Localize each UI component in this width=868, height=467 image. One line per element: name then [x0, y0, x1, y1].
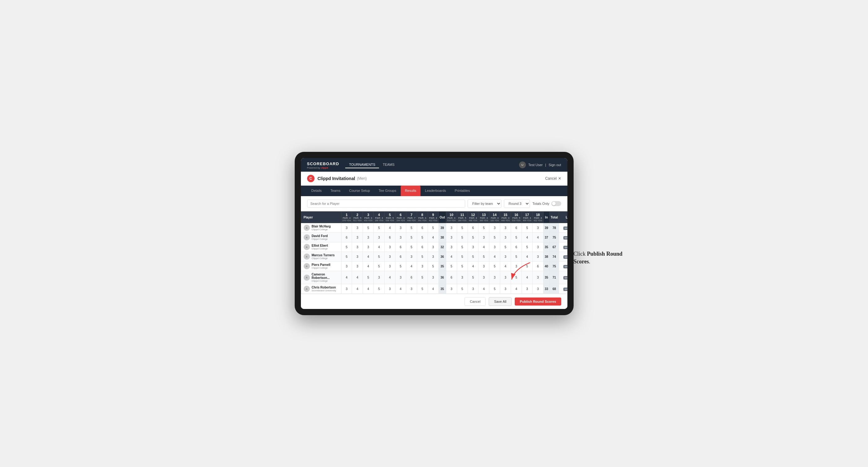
score-cell[interactable]: 3	[457, 271, 468, 284]
score-cell[interactable]: 5	[457, 261, 468, 271]
score-cell[interactable]: 6	[417, 242, 428, 252]
score-cell[interactable]: 4	[522, 252, 532, 261]
score-cell[interactable]: 5	[468, 233, 478, 242]
cancel-button[interactable]: Cancel	[465, 297, 486, 306]
score-cell[interactable]: 3	[532, 271, 543, 284]
nav-teams[interactable]: TEAMS	[379, 161, 398, 168]
tab-printables[interactable]: Printables	[450, 186, 474, 196]
score-cell[interactable]: 4	[468, 261, 478, 271]
score-cell[interactable]: 5	[511, 233, 522, 242]
score-cell[interactable]: 4	[489, 252, 500, 261]
score-cell[interactable]: 5	[417, 233, 428, 242]
score-cell[interactable]: 4	[384, 223, 396, 233]
score-cell[interactable]: 5	[511, 252, 522, 261]
score-cell[interactable]: 3	[428, 252, 438, 261]
score-cell[interactable]: 5	[363, 223, 374, 233]
score-cell[interactable]: 5	[417, 284, 428, 294]
score-cell[interactable]: 4	[395, 284, 406, 294]
score-cell[interactable]: 5	[489, 284, 500, 294]
score-cell[interactable]: 3	[352, 233, 363, 242]
score-cell[interactable]: 5	[363, 271, 374, 284]
score-cell[interactable]: 4	[352, 284, 363, 294]
score-cell[interactable]: 3	[446, 223, 457, 233]
score-cell[interactable]: 3	[395, 233, 406, 242]
score-cell[interactable]: 5	[374, 261, 384, 271]
score-cell[interactable]: 3	[532, 284, 543, 294]
score-cell[interactable]: 3	[500, 284, 511, 294]
score-cell[interactable]: 5	[374, 252, 384, 261]
score-cell[interactable]: 5	[406, 233, 417, 242]
score-cell[interactable]: 6	[395, 252, 406, 261]
score-cell[interactable]: 3	[489, 271, 500, 284]
score-cell[interactable]: 3	[384, 252, 396, 261]
score-cell[interactable]: 6	[384, 233, 396, 242]
score-cell[interactable]: 3	[384, 261, 396, 271]
score-cell[interactable]: 3	[478, 261, 489, 271]
score-cell[interactable]: 3	[363, 242, 374, 252]
score-cell[interactable]: 5	[428, 261, 438, 271]
score-cell[interactable]: 3	[417, 261, 428, 271]
score-cell[interactable]: 4	[511, 284, 522, 294]
score-cell[interactable]: 5	[468, 271, 478, 284]
score-cell[interactable]: 3	[384, 284, 396, 294]
score-cell[interactable]: 5	[428, 223, 438, 233]
tab-leaderboards[interactable]: Leaderboards	[421, 186, 450, 196]
score-cell[interactable]: 5	[457, 242, 468, 252]
toggle-switch[interactable]	[551, 201, 561, 206]
score-cell[interactable]: 3	[341, 261, 352, 271]
score-cell[interactable]: 3	[428, 271, 438, 284]
score-cell[interactable]: 3	[341, 284, 352, 294]
score-cell[interactable]: 5	[522, 242, 532, 252]
score-cell[interactable]: 6	[511, 242, 522, 252]
score-cell[interactable]: 3	[352, 261, 363, 271]
score-cell[interactable]: 5	[478, 252, 489, 261]
score-cell[interactable]: 5	[406, 223, 417, 233]
score-cell[interactable]: 3	[532, 242, 543, 252]
score-cell[interactable]: 3	[363, 233, 374, 242]
search-input[interactable]	[307, 199, 465, 208]
score-cell[interactable]: 4	[478, 284, 489, 294]
sign-out-link[interactable]: Sign out	[549, 163, 561, 167]
round-select[interactable]: Round 3	[504, 199, 530, 208]
score-cell[interactable]: 3	[352, 252, 363, 261]
score-cell[interactable]: 3	[489, 242, 500, 252]
score-cell[interactable]: 3	[532, 252, 543, 261]
score-cell[interactable]: 3	[406, 284, 417, 294]
score-cell[interactable]: 4	[522, 233, 532, 242]
score-cell[interactable]: 4	[341, 271, 352, 284]
save-all-button[interactable]: Save All	[489, 297, 512, 306]
score-cell[interactable]: 3	[500, 223, 511, 233]
tab-course-setup[interactable]: Course Setup	[345, 186, 374, 196]
score-cell[interactable]: 4	[406, 261, 417, 271]
score-cell[interactable]: 4	[374, 242, 384, 252]
score-cell[interactable]: 3	[500, 252, 511, 261]
score-cell[interactable]: 6	[468, 223, 478, 233]
score-cell[interactable]: 4	[478, 242, 489, 252]
tab-tee-groups[interactable]: Tee Groups	[374, 186, 401, 196]
score-cell[interactable]: 6	[417, 223, 428, 233]
score-cell[interactable]: 4	[363, 252, 374, 261]
score-cell[interactable]: 6	[395, 242, 406, 252]
score-cell[interactable]: 5	[341, 252, 352, 261]
score-cell[interactable]: 6	[341, 233, 352, 242]
score-cell[interactable]: 4	[363, 261, 374, 271]
score-cell[interactable]: 3	[395, 271, 406, 284]
tab-results[interactable]: Results	[401, 186, 421, 196]
score-cell[interactable]: 5	[417, 271, 428, 284]
cancel-header-button[interactable]: Cancel ✕	[545, 176, 561, 181]
score-cell[interactable]: 3	[384, 242, 396, 252]
score-cell[interactable]: 3	[446, 284, 457, 294]
score-cell[interactable]: 4	[363, 284, 374, 294]
filter-by-team-select[interactable]: Filter by team	[468, 199, 501, 208]
score-cell[interactable]: 5	[522, 223, 532, 233]
score-cell[interactable]: 4	[428, 284, 438, 294]
score-cell[interactable]: 3	[478, 233, 489, 242]
score-cell[interactable]: 4	[352, 271, 363, 284]
score-cell[interactable]: 5	[406, 242, 417, 252]
score-cell[interactable]: 5	[457, 252, 468, 261]
score-cell[interactable]: 3	[406, 252, 417, 261]
score-cell[interactable]: 6	[511, 223, 522, 233]
score-cell[interactable]: 4	[384, 271, 396, 284]
score-cell[interactable]: 5	[417, 252, 428, 261]
score-cell[interactable]: 5	[374, 284, 384, 294]
